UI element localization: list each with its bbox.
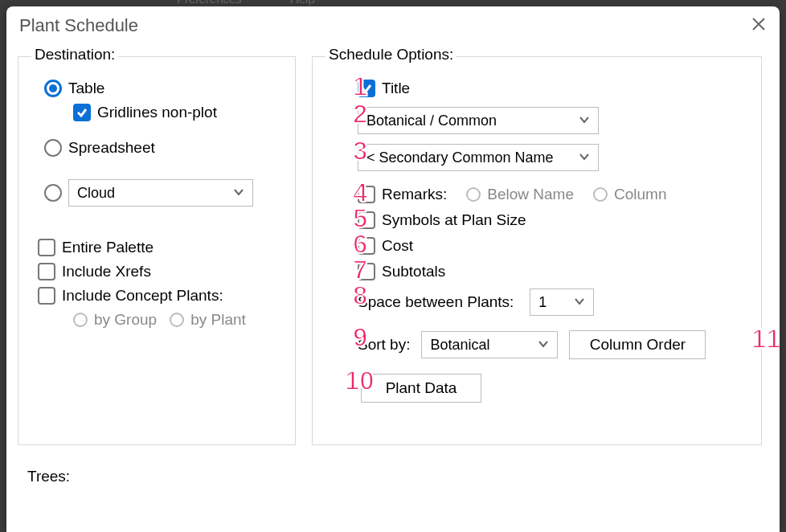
titlebar: Plant Schedule xyxy=(6,6,780,45)
cloud-radio[interactable] xyxy=(44,184,62,202)
sort-label: Sort by: xyxy=(358,336,410,354)
destination-legend: Destination: xyxy=(31,46,118,63)
column-label: Column xyxy=(614,186,666,203)
close-button[interactable] xyxy=(751,16,767,35)
close-icon xyxy=(751,16,767,32)
symbols-plan-size-label: Symbols at Plan Size xyxy=(382,211,526,229)
below-name-label: Below Name xyxy=(487,186,574,203)
cost-label: Cost xyxy=(382,237,413,255)
by-group-label: by Group xyxy=(94,311,157,329)
by-plant-label: by Plant xyxy=(190,311,246,329)
trees-label: Trees: xyxy=(27,468,70,485)
below-name-radio[interactable] xyxy=(466,187,481,202)
by-plant-radio[interactable] xyxy=(170,313,184,327)
chevron-down-icon xyxy=(233,185,244,202)
include-concept-label: Include Concept Plants: xyxy=(62,287,223,305)
plant-schedule-dialog: Plant Schedule Destination: Table Gridli… xyxy=(6,6,780,532)
botanical-common-select[interactable]: Botanical / Common xyxy=(358,107,599,134)
destination-group: Destination: Table Gridlines non-plot Sp… xyxy=(18,56,296,445)
space-value: 1 xyxy=(538,294,547,311)
badge-11: 11 xyxy=(751,324,780,354)
by-group-radio[interactable] xyxy=(73,313,88,327)
cloud-select[interactable]: Cloud xyxy=(68,179,253,207)
schedule-options-group: Schedule Options: Title 1 Botanical / Co… xyxy=(312,56,762,445)
chevron-down-icon xyxy=(579,113,590,129)
chevron-down-icon xyxy=(538,337,549,354)
check-icon xyxy=(360,82,373,95)
cloud-select-value: Cloud xyxy=(77,185,115,202)
sort-value: Botanical xyxy=(430,337,489,354)
menu-help[interactable]: Help xyxy=(290,0,315,6)
symbols-plan-size-checkbox[interactable] xyxy=(358,211,375,229)
subtotals-checkbox[interactable] xyxy=(358,263,375,280)
include-xrefs-label: Include Xrefs xyxy=(62,263,151,280)
entire-palette-checkbox[interactable] xyxy=(38,239,55,256)
secondary-name-select[interactable]: < Secondary Common Name xyxy=(358,144,599,171)
plant-data-label: Plant Data xyxy=(386,379,457,397)
plant-data-button[interactable]: Plant Data xyxy=(361,374,481,403)
botanical-common-value: Botanical / Common xyxy=(366,113,497,129)
spreadsheet-radio[interactable] xyxy=(44,139,62,157)
table-label: Table xyxy=(68,80,104,97)
column-order-button[interactable]: Column Order xyxy=(569,330,706,359)
remarks-label: Remarks: xyxy=(382,186,447,203)
title-checkbox[interactable] xyxy=(358,80,375,97)
table-radio[interactable] xyxy=(44,80,62,97)
column-radio[interactable] xyxy=(593,187,608,202)
column-order-label: Column Order xyxy=(590,336,686,354)
chevron-down-icon xyxy=(579,149,590,166)
title-label: Title xyxy=(382,80,410,97)
chevron-down-icon xyxy=(574,294,585,311)
remarks-checkbox[interactable] xyxy=(358,186,375,203)
subtotals-label: Subtotals xyxy=(382,263,445,280)
gridlines-label: Gridlines non-plot xyxy=(97,104,217,121)
dialog-title: Plant Schedule xyxy=(19,15,138,36)
space-label: Space between Plants: xyxy=(358,293,514,311)
secondary-name-value: < Secondary Common Name xyxy=(366,149,554,166)
include-concept-checkbox[interactable] xyxy=(38,287,55,305)
spreadsheet-label: Spreadsheet xyxy=(68,139,155,157)
cost-checkbox[interactable] xyxy=(358,237,375,255)
check-icon xyxy=(76,106,88,119)
menu-preferences[interactable]: Preferences xyxy=(177,0,242,6)
include-xrefs-checkbox[interactable] xyxy=(38,263,55,280)
gridlines-checkbox[interactable] xyxy=(73,104,91,121)
entire-palette-label: Entire Palette xyxy=(62,239,154,256)
space-select[interactable]: 1 xyxy=(530,289,594,316)
sort-select[interactable]: Botanical xyxy=(421,331,558,358)
schedule-legend: Schedule Options: xyxy=(325,46,456,63)
